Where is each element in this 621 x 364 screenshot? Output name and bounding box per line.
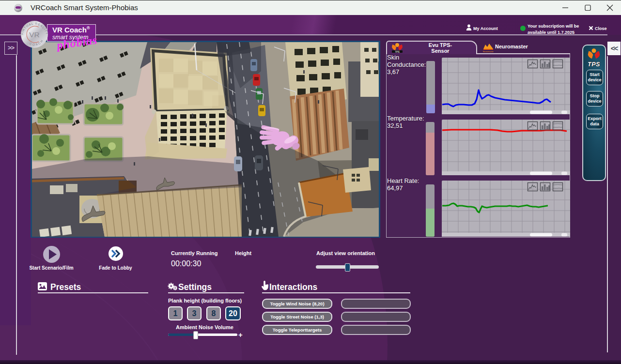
svg-text:VR: VR <box>29 30 40 39</box>
svg-text:TPS: TPS <box>395 50 400 53</box>
svg-text:TPS: TPS <box>588 61 600 68</box>
svg-text:Neuromaster: Neuromaster <box>483 50 494 53</box>
